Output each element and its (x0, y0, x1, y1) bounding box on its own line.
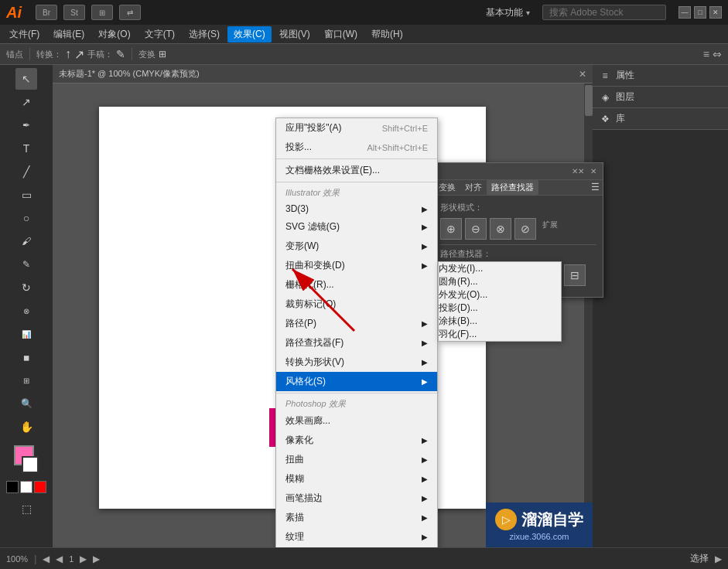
menu-pixelate[interactable]: 像素化 ▶ (276, 431, 437, 450)
menu-path[interactable]: 路径(P) ▶ (276, 314, 437, 333)
tool-rect[interactable]: ▭ (15, 184, 37, 206)
menu-window[interactable]: 窗口(W) (318, 26, 364, 43)
menu-svg[interactable]: SVG 滤镜(G) ▶ (276, 217, 437, 237)
bridge-icon[interactable]: Br (36, 5, 57, 20)
pf-unite[interactable]: ⊕ (440, 218, 462, 240)
menu-blur[interactable]: 模糊 ▶ (276, 469, 437, 489)
menu-3d[interactable]: 3D(3) ▶ (276, 200, 437, 217)
tool-zoom[interactable]: 🔍 (15, 393, 37, 414)
tool-line[interactable]: ╱ (15, 161, 37, 182)
menu-effect[interactable]: 效果(C) (227, 26, 272, 43)
pf-collapse[interactable]: ✕✕ (572, 167, 584, 175)
prev-page[interactable]: ◀ (43, 554, 50, 564)
menu-texture[interactable]: 纹理 ▶ (276, 527, 437, 547)
next-page2[interactable]: ▶ (93, 554, 100, 564)
tool-direct-select[interactable]: ↗ (15, 91, 37, 113)
layout-icon[interactable]: ⊞ (91, 5, 113, 20)
menu-sketch[interactable]: 素描 ▶ (276, 508, 437, 527)
toolbar-align-icon[interactable]: ⊞ (159, 49, 166, 60)
tool-mesh[interactable]: ⊞ (15, 370, 37, 391)
pf-tab-pathfinder[interactable]: 路径查找器 (487, 180, 538, 195)
tool-artboard[interactable]: ⬚ (15, 498, 37, 520)
tool-pencil[interactable]: ✎ (15, 254, 37, 275)
menu-bar: 文件(F) 编辑(E) 对象(O) 文字(T) 选择(S) 效果(C) 视图(V… (0, 25, 728, 43)
menu-convert-shape[interactable]: 转换为形状(V) ▶ (276, 353, 437, 372)
toolbar-expand-icon[interactable]: ⇔ (713, 48, 722, 60)
normal-mode[interactable] (6, 481, 19, 493)
menu-help[interactable]: 帮助(H) (365, 26, 409, 43)
menu-distort[interactable]: 扭曲和变换(D) ▶ (276, 256, 437, 275)
tool-select[interactable]: ↖ (15, 68, 37, 90)
tool-blend[interactable]: ⊗ (15, 300, 37, 322)
pf-exclude[interactable]: ⊘ (514, 218, 536, 240)
canvas-close[interactable]: ✕ (579, 69, 586, 80)
submenu-drop-shadow[interactable]: 投影(D)... (439, 302, 561, 315)
workspace-arrow[interactable]: ▾ (526, 9, 530, 17)
menu-rasterize[interactable]: 栅格化(R)... (276, 275, 437, 295)
menu-text[interactable]: 文字(T) (138, 26, 181, 43)
tool-ellipse[interactable]: ○ (15, 207, 37, 229)
next-page[interactable]: ▶ (80, 554, 87, 564)
menu-apply-shadow[interactable]: 应用"投影"(A) Shift+Ctrl+E (276, 118, 437, 138)
pf-tab-align[interactable]: 对齐 (460, 180, 487, 195)
maximize-button[interactable]: □ (694, 6, 706, 19)
pathfinder-tabs: 变换 对齐 路径查找器 ☰ (434, 180, 603, 196)
pf-close[interactable]: ✕ (590, 167, 596, 175)
toolbar-pencil[interactable]: ✎ (116, 48, 125, 60)
stock-icon[interactable]: St (63, 5, 85, 20)
menu-warp[interactable]: 变形(W) ▶ (276, 237, 437, 256)
menu-distort-ps[interactable]: 扭曲 ▶ (276, 450, 437, 469)
menu-brush-strokes[interactable]: 画笔描边 ▶ (276, 489, 437, 508)
close-button[interactable]: ✕ (709, 6, 722, 19)
panel-properties[interactable]: ≡ 属性 (593, 65, 728, 87)
menu-artistic[interactable]: 艺术效果 ▶ (276, 547, 437, 547)
menu-crop-marks[interactable]: 裁剪标记(O) (276, 295, 437, 314)
menu-object[interactable]: 对象(O) (92, 26, 136, 43)
tool-hand[interactable]: ✋ (15, 416, 37, 438)
svg-arrow: ▶ (422, 223, 428, 231)
tool-gradient[interactable]: ◼ (15, 346, 37, 368)
screen-mode[interactable] (20, 481, 32, 493)
submenu-inner-glow[interactable]: 内发光(I)... (439, 262, 561, 275)
menu-edit[interactable]: 编辑(E) (47, 26, 91, 43)
pf-minus-back[interactable]: ⊟ (564, 264, 586, 286)
menu-effect-gallery[interactable]: 效果画廊... (276, 411, 437, 431)
prev-page2[interactable]: ◀ (56, 554, 63, 564)
toolbar-arrow1[interactable]: ↑ (65, 47, 71, 61)
tool-chart[interactable]: 📊 (15, 323, 37, 345)
tool-rotate[interactable]: ↻ (15, 277, 37, 298)
menu-select[interactable]: 选择(S) (183, 26, 226, 43)
toolbar-arrow2[interactable]: ↗ (74, 47, 84, 62)
submenu-scribble[interactable]: 涂抹(B)... (439, 315, 561, 328)
submenu-outer-glow[interactable]: 外发光(O)... (439, 288, 561, 302)
vertical-scrollbar[interactable] (583, 83, 593, 547)
tool-pen[interactable]: ✒ (15, 114, 37, 136)
arrange-icon[interactable]: ⇄ (119, 5, 141, 20)
canvas-content[interactable]: 应用"投影"(A) Shift+Ctrl+E 投影... Alt+Shift+C… (53, 83, 593, 547)
submenu-feather[interactable]: 羽化(F)... (439, 328, 561, 341)
background-color[interactable] (22, 456, 39, 473)
stylize-arrow: ▶ (422, 377, 428, 386)
menu-stylize[interactable]: 风格化(S) ▶ (276, 372, 437, 391)
menu-raster-settings[interactable]: 文档栅格效果设置(E)... (276, 161, 437, 180)
tool-brush[interactable]: 🖌 (15, 230, 37, 252)
tool-type[interactable]: T (15, 138, 37, 159)
minimize-button[interactable]: — (678, 6, 691, 19)
color-indicator[interactable] (34, 481, 46, 493)
search-input[interactable] (542, 5, 666, 20)
menu-shadow[interactable]: 投影... Alt+Shift+Ctrl+E (276, 138, 437, 157)
pf-intersect[interactable]: ⊗ (490, 218, 511, 240)
scrollbar-thumb-v[interactable] (585, 85, 593, 116)
menu-file[interactable]: 文件(F) (3, 26, 46, 43)
panel-libraries[interactable]: ❖ 库 (593, 108, 728, 130)
pf-tab-transform[interactable]: 变换 (434, 180, 460, 195)
toolbar-menu-icon[interactable]: ≡ (703, 48, 709, 60)
status-arrow[interactable]: ▶ (715, 554, 722, 564)
menu-pathfinder[interactable]: 路径查找器(F) ▶ (276, 333, 437, 353)
submenu-round-corners[interactable]: 圆角(R)... (439, 275, 561, 288)
menu-view[interactable]: 视图(V) (273, 26, 316, 43)
panel-layers[interactable]: ◈ 图层 (593, 87, 728, 108)
pf-minus-front[interactable]: ⊖ (465, 218, 487, 240)
pf-expand-btn[interactable]: 扩展 (539, 218, 561, 240)
pf-menu-icon[interactable]: ☰ (588, 180, 603, 195)
